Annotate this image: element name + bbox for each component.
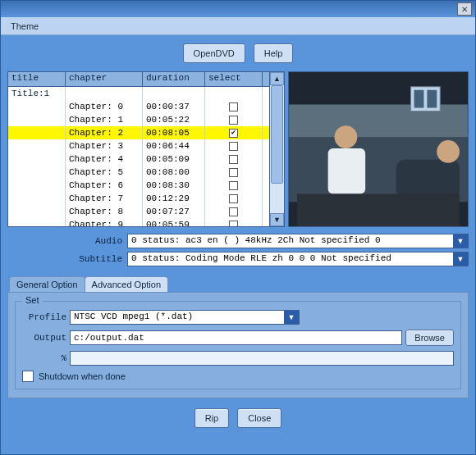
svg-rect-10 (297, 193, 460, 226)
cell-title (8, 113, 66, 126)
cell-chapter: Chapter: 2 (66, 126, 143, 139)
rip-button[interactable]: Rip (195, 408, 230, 428)
cell-select (205, 139, 263, 152)
row-checkbox[interactable] (229, 142, 238, 151)
tab-advanced[interactable]: Advanced Option (85, 276, 168, 292)
row-checkbox[interactable] (229, 116, 238, 125)
cell-duration: 00:08:00 (143, 166, 205, 179)
profile-value: NTSC VCD mpeg1 (*.dat) (71, 311, 284, 324)
menu-theme[interactable]: Theme (6, 20, 43, 33)
audio-row: Audio 0 status: ac3 en ( ) 48kHz 2Ch Not… (1, 232, 475, 250)
cell-title (8, 100, 66, 113)
subtitle-combo[interactable]: 0 status: Coding Mode RLE zh 0 0 0 Not s… (127, 252, 469, 266)
percent-label: % (22, 353, 66, 363)
stage: title chapter duration select Title:1Cha… (1, 71, 475, 227)
close-button[interactable]: Close (237, 408, 281, 428)
progress-row: % (22, 351, 454, 366)
row-checkbox[interactable]: ✔ (229, 129, 238, 138)
top-button-row: OpenDVD Help (1, 35, 475, 71)
svg-rect-5 (427, 90, 437, 108)
cell-select (205, 179, 263, 192)
cell-duration: 00:05:09 (143, 152, 205, 166)
cell-duration: 00:06:44 (143, 139, 205, 152)
table-row[interactable]: Chapter: 600:08:30 (8, 179, 269, 192)
scroll-up-icon[interactable]: ▲ (270, 72, 284, 85)
cell-select (205, 218, 263, 226)
video-preview (288, 71, 469, 227)
row-checkbox[interactable] (229, 221, 238, 227)
scroll-thumb[interactable] (271, 85, 283, 184)
chevron-down-icon[interactable]: ▼ (284, 311, 299, 324)
chevron-down-icon[interactable]: ▼ (453, 253, 468, 266)
scroll-down-icon[interactable]: ▼ (270, 213, 284, 226)
table-row[interactable]: Chapter: 300:06:44 (8, 139, 269, 152)
table-row[interactable]: Title:1 (8, 87, 269, 100)
table-scrollbar[interactable]: ▲ ▼ (269, 72, 284, 226)
table-header: title chapter duration select (8, 72, 269, 87)
cell-title (8, 192, 66, 205)
table-row[interactable]: Chapter: 900:05:59 (8, 218, 269, 226)
audio-combo[interactable]: 0 status: ac3 en ( ) 48kHz 2Ch Not speci… (127, 234, 469, 248)
tab-general[interactable]: General Option (9, 276, 85, 292)
cell-chapter: Chapter: 3 (66, 139, 143, 152)
profile-combo[interactable]: NTSC VCD mpeg1 (*.dat) ▼ (70, 310, 300, 325)
chapter-table: title chapter duration select Title:1Cha… (8, 72, 269, 226)
preview-image (289, 72, 468, 226)
cell-title (8, 152, 66, 166)
window-close-button[interactable]: ✕ (457, 2, 472, 16)
progress-bar (70, 351, 454, 366)
cell-duration: 00:05:59 (143, 218, 205, 226)
table-row[interactable]: Chapter: 100:05:22 (8, 113, 269, 126)
row-checkbox[interactable] (229, 207, 238, 216)
cell-select (205, 205, 263, 218)
cell-duration: 00:08:05 (143, 126, 205, 139)
subtitle-row: Subtitle 0 status: Coding Mode RLE zh 0 … (1, 250, 475, 268)
table-row[interactable]: Chapter: 800:07:27 (8, 205, 269, 218)
cell-chapter (66, 87, 143, 100)
browse-button[interactable]: Browse (405, 330, 454, 346)
cell-title (8, 126, 66, 139)
shutdown-checkbox[interactable] (22, 371, 34, 382)
row-checkbox[interactable] (229, 194, 238, 203)
table-row[interactable]: Chapter: 000:00:37 (8, 100, 269, 113)
table-row[interactable]: Chapter: 500:08:00 (8, 166, 269, 179)
cell-title (8, 205, 66, 218)
cell-select (205, 192, 263, 205)
shutdown-row[interactable]: Shutdown when done (22, 371, 454, 382)
cell-duration: 00:07:27 (143, 205, 205, 218)
table-row[interactable]: Chapter: 700:12:29 (8, 192, 269, 205)
output-input[interactable] (70, 330, 402, 345)
row-checkbox[interactable] (229, 168, 238, 177)
tab-panel-general: Set Profile NTSC VCD mpeg1 (*.dat) ▼ Out… (7, 292, 469, 398)
chevron-down-icon[interactable]: ▼ (453, 234, 468, 248)
svg-rect-4 (414, 90, 424, 108)
row-checkbox[interactable] (229, 181, 238, 190)
cell-chapter: Chapter: 8 (66, 205, 143, 218)
set-legend: Set (22, 295, 43, 305)
help-button[interactable]: Help (254, 43, 294, 63)
open-dvd-button[interactable]: OpenDVD (183, 43, 245, 63)
cell-chapter: Chapter: 1 (66, 113, 143, 126)
table-row[interactable]: Chapter: 400:05:09 (8, 152, 269, 166)
scroll-track[interactable] (270, 85, 284, 213)
titlebar[interactable]: ✕ (1, 1, 475, 17)
col-title[interactable]: title (8, 72, 66, 86)
cell-duration: 00:05:22 (143, 113, 205, 126)
table-row[interactable]: Chapter: 200:08:05✔ (8, 126, 269, 139)
col-select[interactable]: select (205, 72, 263, 86)
cell-chapter: Chapter: 6 (66, 179, 143, 192)
cell-title (8, 166, 66, 179)
profile-row: Profile NTSC VCD mpeg1 (*.dat) ▼ (22, 310, 454, 325)
row-checkbox[interactable] (229, 155, 238, 164)
cell-chapter: Chapter: 9 (66, 218, 143, 226)
tabs: General Option Advanced Option (9, 276, 475, 292)
svg-rect-7 (328, 148, 366, 193)
cell-title (8, 218, 66, 226)
row-checkbox[interactable] (229, 102, 238, 111)
output-row: Output Browse (22, 330, 454, 346)
profile-label: Profile (22, 312, 66, 322)
col-chapter[interactable]: chapter (66, 72, 143, 86)
cell-chapter: Chapter: 5 (66, 166, 143, 179)
col-duration[interactable]: duration (143, 72, 205, 86)
cell-title (8, 139, 66, 152)
